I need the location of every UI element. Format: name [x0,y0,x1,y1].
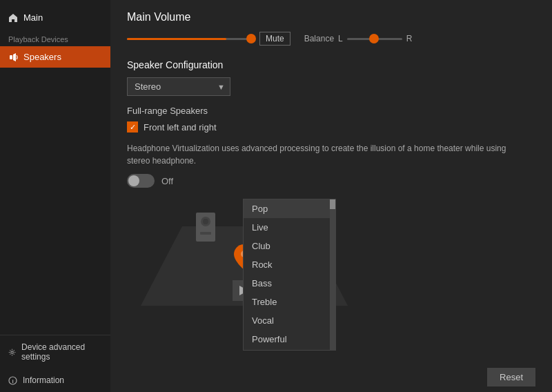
popup-item-rock[interactable]: Rock [244,255,335,274]
speaker-config-title: Speaker Configuration [127,59,535,70]
information-label: Information [23,375,64,385]
sidebar-section-label: Playback Devices [0,30,110,46]
balance-title: Balance [304,34,334,43]
device-advanced-label: Device advanced settings [21,342,102,362]
toggle-label: Off [161,176,173,186]
volume-row: Mute Balance L R [127,32,535,46]
sidebar-header-label: Main [23,12,43,23]
full-range-title: Full-range Speakers [127,106,535,116]
popup-item-powerful[interactable]: Powerful [244,330,335,349]
gear-icon [8,348,16,357]
balance-slider[interactable] [347,38,402,40]
speaker-config-dropdown[interactable]: Stereo Quadraphonic 5.1 Surround 7.1 Sur… [127,77,230,96]
popup-item-vocal[interactable]: Vocal [244,311,335,330]
reset-button[interactable]: Reset [487,368,535,386]
popup-scrollbar[interactable] [330,199,335,351]
sidebar-bottom: Device advanced settings i Information [0,335,110,392]
sidebar-header: Main [0,6,110,30]
popup-item-dance[interactable]: Dance [244,349,335,351]
speaker-icon [8,52,18,62]
popup-item-pop[interactable]: Pop [244,199,335,218]
popup-item-club[interactable]: Club [244,237,335,255]
headphone-text: Headphone Virtualization uses advanced p… [127,142,513,167]
equalizer-dropdown-popup: Pop Live Club Rock Bass Treble Vocal Pow… [243,199,336,351]
sidebar-item-information[interactable]: i Information [0,369,110,392]
sidebar-item-device-advanced[interactable]: Device advanced settings [0,335,110,369]
svg-rect-9 [200,232,211,235]
speaker-visual-section: Pop Live Club Rock Bass Treble Vocal Pow… [127,199,535,315]
balance-r-label: R [406,34,413,43]
sidebar-item-speakers[interactable]: Speakers [0,46,110,68]
full-range-checkbox[interactable] [127,121,138,133]
svg-point-8 [203,219,208,224]
popup-item-bass[interactable]: Bass [244,274,335,293]
svg-text:i: i [12,378,13,384]
full-range-checkbox-row: Front left and right [127,121,535,133]
svg-point-2 [11,351,13,353]
mute-label: Mute [266,34,284,43]
info-icon: i [8,376,17,385]
toggle-row: Off [127,174,535,188]
speaker-config-dropdown-wrapper: Stereo Quadraphonic 5.1 Surround 7.1 Sur… [127,77,230,96]
svg-marker-0 [9,14,17,22]
balance-row: Balance L R [299,34,413,43]
sidebar: Main Playback Devices Speakers Device ad… [0,0,110,392]
balance-l-label: L [338,34,343,43]
full-range-checkbox-label: Front left and right [144,122,217,133]
volume-title: Main Volume [127,11,535,23]
volume-slider[interactable] [127,38,251,40]
mute-checkbox[interactable]: Mute [259,32,290,46]
main-content: Main Volume Mute Balance L R Speaker Con… [110,0,552,392]
virtualization-toggle[interactable] [127,174,155,188]
sidebar-item-speakers-label: Speakers [23,52,61,62]
popup-item-treble[interactable]: Treble [244,293,335,311]
popup-item-live[interactable]: Live [244,218,335,237]
svg-rect-1 [10,55,12,59]
home-icon [8,13,18,23]
